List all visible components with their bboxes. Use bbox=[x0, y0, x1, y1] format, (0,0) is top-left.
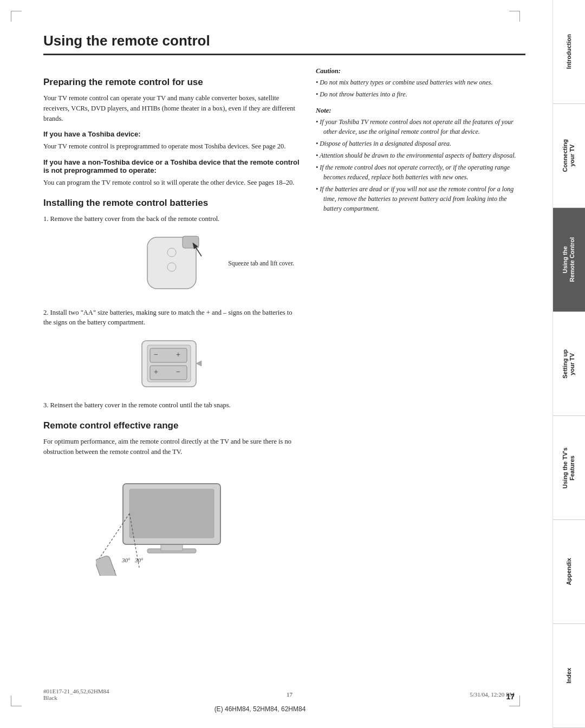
sidebar-tab-index-label: Index bbox=[566, 668, 573, 684]
col-right: Caution: Do not mix battery types or com… bbox=[316, 67, 525, 581]
section1-body: Your TV remote control can operate your … bbox=[43, 93, 300, 123]
caution-bullet-2: Do not throw batteries into a fire. bbox=[316, 89, 525, 99]
tv-svg: 30° 30° 5m bbox=[96, 462, 248, 576]
main-content: Using the remote control Preparing the r… bbox=[0, 0, 552, 728]
section3-body: For optimum performance, aim the remote … bbox=[43, 437, 300, 457]
page-container: Using the remote control Preparing the r… bbox=[0, 0, 585, 728]
footer-model: (E) 46HM84, 52HM84, 62HM84 bbox=[0, 705, 520, 713]
sidebar-tab-setting-up[interactable]: Setting upyour TV bbox=[553, 312, 585, 416]
note-bullet-3: Attention should be drawn to the environ… bbox=[316, 151, 525, 160]
sidebar-tab-appendix-label: Appendix bbox=[566, 558, 573, 585]
subsection1-title: If you have a Toshiba device: bbox=[43, 130, 300, 138]
remote-svg-2: − + + − bbox=[118, 335, 226, 395]
note-bullet-1: If your Toshiba TV remote control does n… bbox=[316, 117, 525, 136]
svg-text:−: − bbox=[154, 350, 158, 359]
step1-text: 1. Remove the battery cover from the bac… bbox=[43, 214, 300, 224]
step3-text: 3. Reinsert the battery cover in the rem… bbox=[43, 400, 300, 411]
svg-rect-22 bbox=[96, 555, 118, 576]
section1-title: Preparing the remote control for use bbox=[43, 77, 300, 88]
col-left: Preparing the remote control for use You… bbox=[43, 67, 300, 581]
sidebar-tab-features[interactable]: Using the TV'sFeatures bbox=[553, 416, 585, 520]
note-bullet-5: If the batteries are dead or if you will… bbox=[316, 184, 525, 213]
battery-install-illustration: − + + − bbox=[43, 335, 300, 395]
svg-rect-1 bbox=[183, 236, 199, 248]
subsection1-body: Your TV remote control is preprogrammed … bbox=[43, 141, 300, 152]
fig1-label: Squeeze tab and lift cover. bbox=[228, 259, 294, 268]
svg-text:+: + bbox=[176, 350, 180, 359]
subsection2-body: You can program the TV remote control so… bbox=[43, 178, 300, 188]
corner-tr bbox=[509, 11, 520, 22]
footer-color: Black bbox=[43, 694, 109, 701]
note-bullet-2: Dispose of batteries in a designated dis… bbox=[316, 139, 525, 148]
caution-bullet-1: Do not mix battery types or combine used… bbox=[316, 77, 525, 87]
sidebar-tab-appendix[interactable]: Appendix bbox=[553, 520, 585, 624]
section3-title: Remote control effective range bbox=[43, 420, 300, 431]
sidebar: Introduction Connectingyour TV Using the… bbox=[552, 0, 585, 728]
section2-title: Installing the remote control batteries bbox=[43, 198, 300, 209]
step-2: 2. Install two "AA" size batteries, maki… bbox=[43, 308, 300, 328]
step-1: 1. Remove the battery cover from the bac… bbox=[43, 214, 300, 224]
tv-range-illustration: 30° 30° 5m bbox=[43, 462, 300, 576]
sidebar-tab-introduction[interactable]: Introduction bbox=[553, 0, 585, 104]
svg-text:30°: 30° bbox=[121, 557, 131, 563]
two-col-layout: Preparing the remote control for use You… bbox=[43, 67, 525, 581]
subsection2-title: If you have a non-Toshiba device or a To… bbox=[43, 158, 300, 174]
note-bullets: If your Toshiba TV remote control does n… bbox=[316, 117, 525, 213]
sidebar-tab-remote-label: Using theRemote Control bbox=[562, 237, 576, 282]
battery-cover-illustration: Squeeze tab and lift cover. bbox=[43, 232, 300, 302]
sidebar-tab-connecting-label: Connectingyour TV bbox=[562, 139, 576, 172]
footer-page-num-center: 17 bbox=[287, 691, 292, 698]
sidebar-tab-introduction-label: Introduction bbox=[566, 34, 573, 69]
sidebar-tab-index[interactable]: Index bbox=[553, 624, 585, 728]
sidebar-tab-connecting[interactable]: Connectingyour TV bbox=[553, 104, 585, 208]
caution-bullets: Do not mix battery types or combine used… bbox=[316, 77, 525, 99]
note-label: Note: bbox=[316, 107, 525, 115]
svg-rect-16 bbox=[129, 489, 214, 538]
sidebar-tab-features-label: Using the TV'sFeatures bbox=[562, 447, 576, 489]
svg-text:30°: 30° bbox=[134, 557, 144, 563]
svg-text:+: + bbox=[154, 368, 158, 376]
page-number: 17 bbox=[506, 692, 515, 701]
remote-svg-1 bbox=[118, 232, 226, 302]
footer-left-info: #01E17-21_46,52,62HM84 Black bbox=[43, 688, 109, 701]
corner-tl bbox=[11, 11, 22, 22]
footer-doc-number: #01E17-21_46,52,62HM84 bbox=[43, 688, 109, 694]
caution-label: Caution: bbox=[316, 67, 525, 75]
chapter-title: Using the remote control bbox=[43, 32, 525, 55]
step-3: 3. Reinsert the battery cover in the rem… bbox=[43, 400, 300, 411]
sidebar-tab-setting-up-label: Setting upyour TV bbox=[562, 349, 576, 379]
sidebar-tab-remote[interactable]: Using theRemote Control bbox=[553, 208, 585, 312]
page-footer: #01E17-21_46,52,62HM84 Black 17 5/31/04,… bbox=[43, 688, 515, 701]
step2-text: 2. Install two "AA" size batteries, maki… bbox=[43, 308, 300, 328]
note-bullet-4: If the remote control does not operate c… bbox=[316, 162, 525, 182]
svg-text:−: − bbox=[176, 368, 180, 376]
corner-bl bbox=[11, 696, 22, 706]
